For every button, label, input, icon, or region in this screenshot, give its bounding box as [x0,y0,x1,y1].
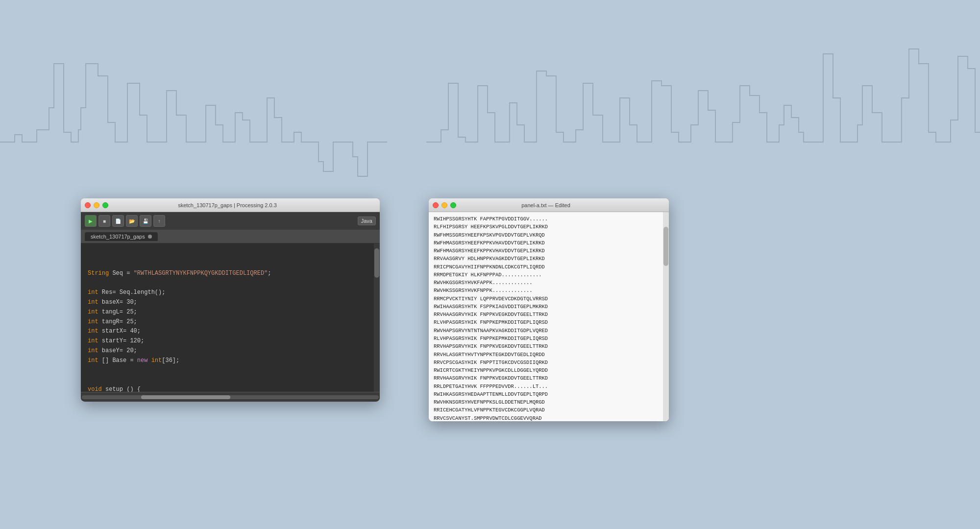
processing-window-title: sketch_130717p_gaps | Processing 2.0.3 [108,202,346,208]
minimize-button[interactable] [94,202,99,208]
scrollbar-thumb[interactable] [374,248,379,278]
open-button[interactable]: 📂 [126,215,138,227]
hscrollbar-thumb[interactable] [141,395,230,399]
run-button[interactable]: ▶ [85,215,97,227]
text-vertical-scrollbar[interactable] [663,212,669,421]
ide-tab-bar: sketch_130717p_gaps [81,230,380,243]
text-editor-window: panel-a.txt — Edited RWIHPSSGRSYHTK FAPP… [429,198,669,421]
vertical-scrollbar[interactable] [374,243,380,392]
export-button[interactable]: ↑ [153,215,165,227]
ide-tab[interactable]: sketch_130717p_gaps [85,232,158,241]
processing-ide-window: sketch_130717p_gaps | Processing 2.0.3 ▶… [81,198,380,402]
waveform-display [0,0,980,206]
text-editor-title: panel-a.txt — Edited [456,202,636,208]
ide-bottom-bar [81,392,380,402]
code-content: String Seq = "RWTHLASGRTYNYКFNPPKQYGKDDI… [81,243,380,392]
language-selector[interactable]: Java [358,216,376,225]
hscrollbar-track [82,395,379,399]
text-scrollbar-thumb[interactable] [663,227,668,266]
new-button[interactable]: 📄 [112,215,124,227]
code-editor[interactable]: String Seq = "RWTHLASGRTYNYКFNPPKQYGKDDI… [81,243,380,392]
stop-button[interactable]: ■ [98,215,110,227]
close-button[interactable] [85,202,91,208]
text-editor-lines: RWIHPSSGRSYHTK FAPPKTPGVDDITGGV...... RL… [434,215,664,421]
horizontal-scrollbar[interactable] [81,394,380,400]
text-maximize-button[interactable] [450,202,456,208]
processing-titlebar: sketch_130717p_gaps | Processing 2.0.3 [81,198,380,212]
text-content-area[interactable]: RWIHPSSGRSYHTK FAPPKTPGVDDITGGV...... RL… [429,212,669,421]
tab-indicator [148,235,152,239]
ide-toolbar: ▶ ■ 📄 📂 💾 ↑ Java [81,212,380,230]
text-close-button[interactable] [433,202,439,208]
save-button[interactable]: 💾 [140,215,151,227]
text-minimize-button[interactable] [441,202,447,208]
window-controls [85,202,108,208]
text-editor-titlebar: panel-a.txt — Edited [429,198,669,212]
maximize-button[interactable] [102,202,108,208]
text-window-controls [433,202,456,208]
